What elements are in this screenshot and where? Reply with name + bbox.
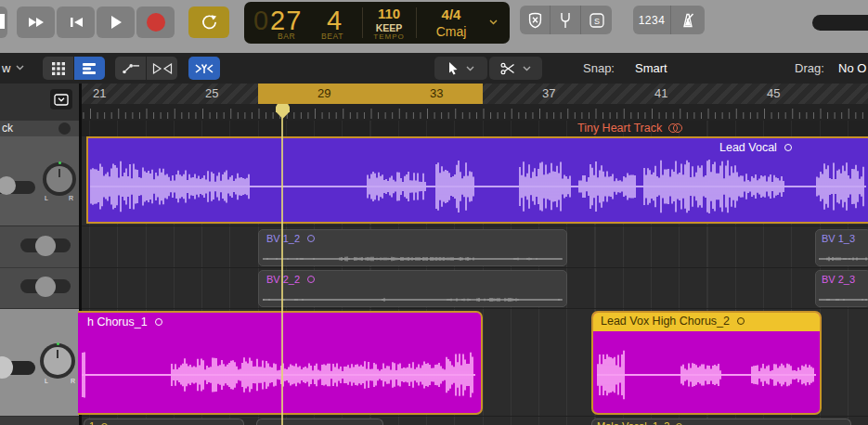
track1-pan-knob[interactable] [43,162,76,196]
ruler-tick-strip[interactable] [82,104,868,121]
count-in-button[interactable]: 1234 [633,6,671,34]
knob-pointer [58,169,60,177]
region-bv-2-3[interactable]: BV 2_3 [815,270,868,307]
track5-lane[interactable]: 1 Male Vocal_1_2 [82,416,868,425]
loop-circle-icon[interactable] [307,235,315,242]
region-chorus-1[interactable]: h Chorus_1 [78,311,483,415]
region-bv-1-2[interactable]: BV 1_2 [258,229,567,266]
waveform [597,341,816,409]
lcd-tempo-label: TEMPO [362,32,416,41]
stop-icon [0,14,5,29]
region-label-row: Male Vocal_1_2 [597,420,682,425]
track1-name-partial: ck [2,122,13,135]
loop-circle-icon[interactable] [155,318,162,326]
track3-volume-thumb[interactable] [35,277,56,297]
waveform [82,339,475,411]
track2-lane[interactable]: BV 1_2 BV 1_3 [82,225,868,267]
region-male-vocal-partial[interactable]: 1 [84,419,244,425]
go-to-beginning-button[interactable] [57,6,95,38]
lcd-tempo-value: 110 [362,6,416,21]
pan-right-label: R [69,195,73,201]
region-header-bar[interactable]: Lead Vox High Chorus_2 [593,313,820,331]
region-label-row: BV 2_2 [266,274,315,285]
tracks-view-button[interactable] [74,57,105,80]
view-dropdown-partial[interactable]: w [2,61,10,75]
snap-dropdown[interactable]: Smart [635,61,667,75]
bar-ruler[interactable]: 21252933374145 [82,84,868,121]
region-name: BV 2_3 [822,274,855,285]
scissors-tool-button[interactable] [489,57,542,80]
region-lead-vox-high-chorus-2[interactable]: Lead Vox High Chorus_2 [591,311,822,415]
track3-lane[interactable]: BV 2_2 BV 2_3 [82,267,868,308]
region-label-row: Lead Vocal [719,141,792,154]
region-bv-1-3[interactable]: BV 1_3 [815,229,868,266]
ruler-bar-number: 33 [430,86,443,100]
arrangement-lane[interactable]: Tiny Heart Track [82,121,868,136]
flex-button[interactable] [147,57,177,80]
lcd-display[interactable]: 0 27 4 BAR BEAT 110 KEEP TEMPO 4/4 Cmaj [244,2,510,44]
region-name: BV 2_2 [266,274,300,285]
metronome-button[interactable] [671,6,705,34]
tracks-list-icon [83,62,97,75]
automation-button[interactable] [115,57,146,80]
ruler-options-icon [54,94,69,106]
region-male-vocal-1-2[interactable]: Male Vocal_1_2 [591,419,851,425]
track4-header-selected[interactable]: L R [0,308,79,416]
track1-lane[interactable]: Lead Vocal [82,136,868,225]
cycle-region[interactable] [258,84,483,104]
lcd-key-section[interactable]: 4/4 Cmaj [416,2,486,44]
region-name: Lead Vocal [719,141,777,154]
knob-indicator-dot [57,342,59,345]
region-label-row: BV 1_2 [266,233,315,244]
pointer-tool-icon [447,61,459,75]
solo-button[interactable]: S [581,6,612,34]
track2-header[interactable] [0,225,79,267]
region-bv-2-2[interactable]: BV 2_2 [258,270,567,307]
pointer-tool-button[interactable] [434,57,487,80]
track2-volume-thumb[interactable] [35,236,56,256]
loop-circle-icon[interactable] [307,276,315,283]
track1-header[interactable]: L R [0,136,79,225]
track1-name-row[interactable]: ck [0,121,79,136]
shield-x-button[interactable] [520,6,551,34]
record-icon [147,13,165,32]
lcd-chevron-down-icon[interactable] [489,19,498,25]
control-bar: w [0,53,868,84]
region-stub[interactable] [256,419,383,425]
track3-header[interactable] [0,267,79,308]
record-enable-dot[interactable] [58,122,71,135]
track4-pan-knob[interactable] [40,343,75,379]
catch-playhead-button[interactable] [188,57,220,80]
record-button[interactable] [136,6,175,38]
metronome-icon [680,12,695,28]
loop-circle-icon[interactable] [784,144,792,151]
playhead-line[interactable] [281,104,283,425]
region-lead-vocal[interactable]: Lead Vocal [86,136,868,224]
knob-face [44,347,71,375]
daw-window: 0 27 4 BAR BEAT 110 KEEP TEMPO 4/4 Cmaj [0,0,868,425]
track4-lane[interactable]: h Chorus_1 Lead Vox High Chorus_2 [82,308,868,416]
transport-bar: 0 27 4 BAR BEAT 110 KEEP TEMPO 4/4 Cmaj [0,0,868,53]
region-label-row: Lead Vox High Chorus_2 [601,315,745,328]
drag-dropdown[interactable]: No O [838,61,866,75]
play-button[interactable] [97,6,135,38]
loop-circle-icon[interactable] [737,317,745,325]
region-label-row: BV 2_3 [822,274,855,285]
knob-face [46,166,72,192]
linked-circles-icon [668,123,683,134]
fast-forward-button[interactable] [17,6,55,38]
ruler-bar-strip[interactable]: 21252933374145 [82,84,868,104]
arrangement-marker[interactable]: Tiny Heart Track [577,122,683,135]
cycle-button[interactable] [188,6,229,38]
waveform [819,293,868,306]
region-name: h Chorus_1 [87,316,148,328]
master-volume-slider[interactable] [812,15,868,31]
track5-header[interactable] [0,416,79,425]
knob-pointer [57,350,58,358]
tuner-button[interactable] [551,6,581,34]
track4-volume-thumb[interactable] [0,356,13,379]
lcd-tempo-section[interactable]: 110 KEEP TEMPO [362,2,416,44]
chevron-down-icon[interactable] [16,65,24,71]
loop-browser-button[interactable] [43,57,73,80]
ruler-options-button[interactable] [50,89,72,109]
